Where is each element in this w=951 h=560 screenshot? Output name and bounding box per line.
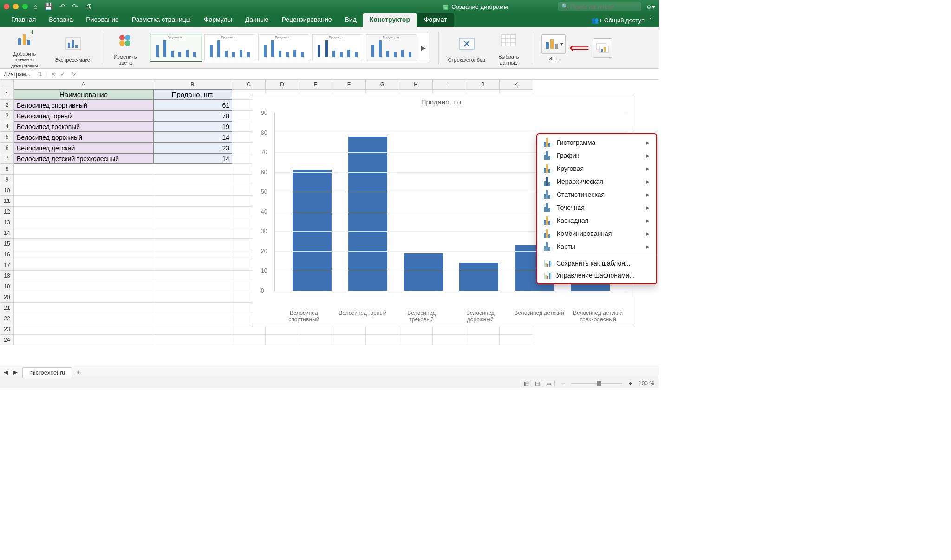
cell[interactable]	[14, 228, 153, 239]
sheet-tab[interactable]: microexcel.ru	[22, 367, 72, 378]
col-header-K[interactable]: K	[500, 80, 533, 89]
chart-bar[interactable]	[293, 170, 332, 291]
row-header[interactable]: 7	[0, 153, 14, 164]
row-header[interactable]: 16	[0, 249, 14, 260]
chart-styles-gallery[interactable]: ▶	[149, 33, 429, 63]
cell[interactable]	[14, 196, 153, 207]
cell[interactable]	[153, 335, 232, 345]
col-header-F[interactable]: F	[332, 80, 366, 89]
row-header[interactable]: 15	[0, 239, 14, 249]
col-header-G[interactable]: G	[366, 80, 399, 89]
col-header-C[interactable]: C	[232, 80, 266, 89]
cell[interactable]	[299, 335, 332, 345]
tab-view[interactable]: Вид	[339, 13, 363, 27]
row-header[interactable]: 24	[0, 335, 14, 345]
page-layout-view-icon[interactable]: ▤	[532, 380, 543, 387]
row-header[interactable]: 8	[0, 164, 14, 175]
row-header[interactable]: 14	[0, 228, 14, 239]
row-header[interactable]: 19	[0, 281, 14, 292]
col-header-H[interactable]: H	[399, 80, 433, 89]
style-thumb-2[interactable]	[204, 34, 255, 61]
tab-design[interactable]: Конструктор	[363, 13, 417, 27]
cell[interactable]	[14, 281, 153, 292]
search-box[interactable]: 🔍	[558, 2, 641, 11]
cell[interactable]	[153, 175, 232, 185]
cell[interactable]: Велосипед горный	[14, 111, 153, 121]
normal-view-icon[interactable]: ▦	[521, 380, 532, 387]
tab-format[interactable]: Формат	[417, 13, 454, 27]
print-icon[interactable]: 🖨	[85, 2, 91, 11]
row-header[interactable]: 1	[0, 89, 14, 100]
sheet-prev-icon[interactable]: ◀	[4, 369, 8, 376]
menu-item-0[interactable]: Гистограмма▶	[537, 136, 656, 149]
menu-item-7[interactable]: Комбинированная▶	[537, 227, 656, 240]
menu-item-1[interactable]: График▶	[537, 149, 656, 162]
cell[interactable]	[14, 271, 153, 281]
close-icon[interactable]	[4, 4, 9, 9]
cell[interactable]: Продано, шт.	[153, 89, 232, 100]
menu-manage-templates[interactable]: 📊Управление шаблонами...	[537, 269, 656, 281]
page-break-view-icon[interactable]: ▭	[543, 380, 554, 387]
cell[interactable]: 78	[153, 111, 232, 121]
cell[interactable]	[153, 228, 232, 239]
cell[interactable]: Велосипед дорожный	[14, 132, 153, 143]
select-data-button[interactable]: Выбрать данные	[495, 30, 522, 65]
cell[interactable]	[332, 335, 366, 345]
cell[interactable]: 19	[153, 121, 232, 132]
undo-icon[interactable]: ↶	[59, 2, 65, 11]
collapse-ribbon-icon[interactable]: ˄	[649, 17, 652, 24]
cell[interactable]	[153, 207, 232, 217]
tab-home[interactable]: Главная	[5, 13, 42, 27]
col-header-J[interactable]: J	[466, 80, 500, 89]
row-header[interactable]: 13	[0, 217, 14, 228]
cell[interactable]	[153, 303, 232, 313]
cell[interactable]	[14, 175, 153, 185]
cell[interactable]	[153, 292, 232, 303]
style-thumb-1[interactable]	[150, 34, 202, 61]
cell[interactable]	[153, 324, 232, 335]
cell[interactable]	[153, 164, 232, 175]
menu-save-template[interactable]: 📊Сохранить как шаблон...	[537, 257, 656, 269]
row-header[interactable]: 21	[0, 303, 14, 313]
cell[interactable]	[153, 217, 232, 228]
cell[interactable]	[153, 185, 232, 196]
cell[interactable]	[500, 335, 533, 345]
row-header[interactable]: 2	[0, 100, 14, 111]
zoom-slider[interactable]	[571, 383, 622, 384]
zoom-in-button[interactable]: +	[629, 380, 632, 387]
user-icon[interactable]: ☺▾	[646, 3, 655, 10]
cell[interactable]: Велосипед детский	[14, 143, 153, 153]
cell[interactable]	[14, 185, 153, 196]
move-chart-button[interactable]	[593, 38, 612, 58]
cell[interactable]	[433, 335, 466, 345]
cell[interactable]	[399, 335, 433, 345]
menu-item-5[interactable]: Точечная▶	[537, 201, 656, 214]
column-headers[interactable]: ABCDEFGHIJK	[14, 80, 533, 90]
chart-title[interactable]: Продано, шт.	[252, 98, 632, 106]
cell[interactable]	[266, 335, 299, 345]
cell[interactable]	[14, 303, 153, 313]
zoom-out-button[interactable]: −	[561, 380, 565, 387]
cancel-icon[interactable]: ✕	[51, 71, 56, 78]
row-header[interactable]: 9	[0, 175, 14, 185]
row-header[interactable]: 10	[0, 185, 14, 196]
chart-bar[interactable]	[404, 253, 443, 291]
cell[interactable]	[14, 164, 153, 175]
row-header[interactable]: 12	[0, 207, 14, 217]
cell[interactable]	[153, 313, 232, 324]
style-thumb-3[interactable]	[258, 34, 309, 61]
row-header[interactable]: 3	[0, 111, 14, 121]
minimize-icon[interactable]	[13, 4, 19, 9]
cell[interactable]: 61	[153, 100, 232, 111]
worksheet[interactable]: ABCDEFGHIJK 1НаименованиеПродано, шт.2Ве…	[0, 80, 659, 366]
change-colors-button[interactable]: Изменить цвета	[111, 30, 139, 65]
menu-item-2[interactable]: Круговая▶	[537, 162, 656, 175]
zoom-level[interactable]: 100 %	[638, 380, 654, 387]
row-header[interactable]: 17	[0, 260, 14, 271]
col-header-D[interactable]: D	[266, 80, 299, 89]
cell[interactable]: 14	[153, 153, 232, 164]
row-header[interactable]: 22	[0, 313, 14, 324]
view-switcher[interactable]: ▦▤▭	[521, 380, 555, 387]
maximize-icon[interactable]	[22, 4, 28, 9]
cell[interactable]	[14, 292, 153, 303]
